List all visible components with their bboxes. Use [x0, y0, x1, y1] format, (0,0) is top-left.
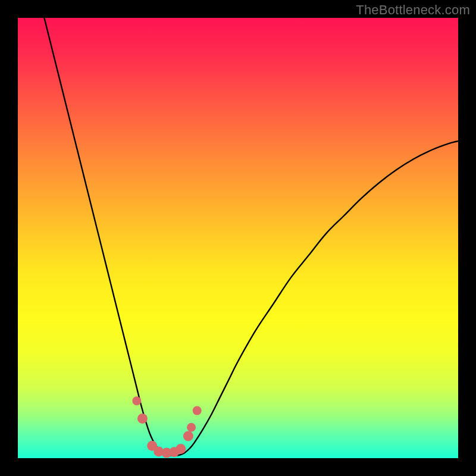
curve-markers [132, 396, 201, 458]
curve-marker [132, 396, 141, 405]
curve-marker [176, 444, 186, 454]
curve-marker [193, 406, 202, 415]
curve-marker [137, 414, 148, 424]
curve-marker [187, 423, 196, 432]
curve-marker [183, 431, 193, 441]
bottleneck-curve [44, 18, 458, 456]
plot-area [18, 18, 458, 458]
attribution-label: TheBottleneck.com [356, 2, 470, 18]
chart-frame: TheBottleneck.com [0, 0, 476, 476]
chart-svg [18, 18, 458, 458]
